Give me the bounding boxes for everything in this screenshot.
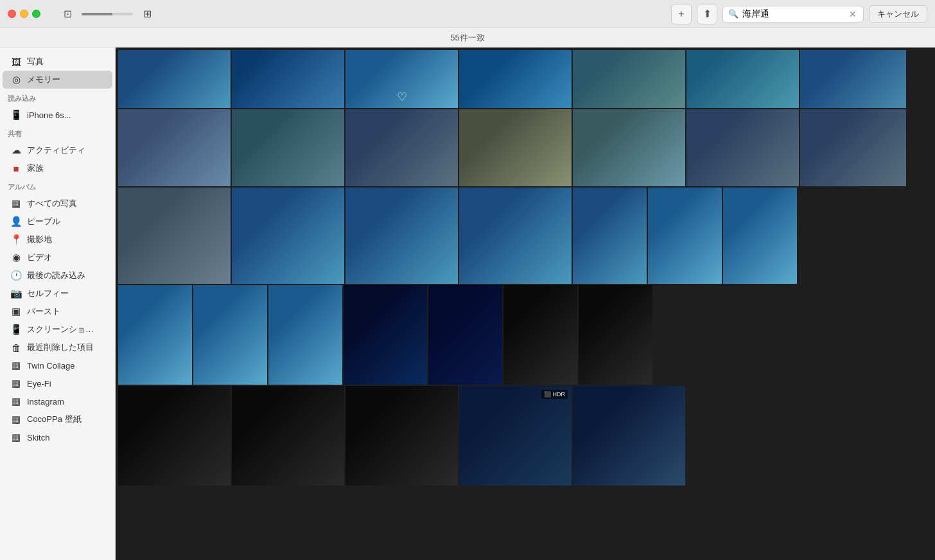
title-bar: ⊡ ⊞ + ⬆ 🔍 ✕ キャンセル: [0, 0, 935, 28]
close-button[interactable]: [8, 10, 16, 18]
photo-thumbnail[interactable]: [118, 285, 192, 385]
sidebar-label-people: ピープル: [27, 216, 60, 227]
family-icon: ■: [10, 163, 22, 174]
photo-thumbnail[interactable]: [344, 285, 427, 385]
people-icon: 👤: [10, 216, 22, 227]
status-bar: 55件一致: [0, 28, 935, 48]
sidebar-item-places[interactable]: 📍 撮影地: [3, 231, 112, 249]
photo-thumbnail[interactable]: [503, 285, 577, 385]
photo-thumbnail[interactable]: [232, 386, 344, 486]
sidebar-label-family: 家族: [27, 162, 44, 174]
sidebar-item-cocoppa[interactable]: ▦ CocoPPa 壁紙: [3, 410, 112, 428]
photo-thumbnail[interactable]: [268, 285, 342, 385]
cancel-button[interactable]: キャンセル: [869, 5, 927, 23]
traffic-lights: [8, 10, 40, 18]
photo-thumbnail[interactable]: [573, 109, 685, 186]
photo-row-1: [118, 109, 932, 186]
places-icon: 📍: [10, 234, 22, 245]
photo-thumbnail[interactable]: ♡: [345, 50, 458, 108]
photo-thumbnail[interactable]: [345, 109, 458, 186]
result-count: 55件一致: [450, 32, 484, 44]
eye-fi-icon: ▦: [10, 378, 22, 389]
photo-thumbnail[interactable]: [459, 188, 572, 284]
photo-thumbnail[interactable]: [800, 50, 906, 108]
sidebar-item-people[interactable]: 👤 ピープル: [3, 213, 112, 231]
sidebar-label-burst: バースト: [27, 306, 60, 317]
zoom-slider[interactable]: [82, 13, 133, 15]
photo-row-3: [118, 285, 932, 385]
sidebar-item-eye-fi[interactable]: ▦ Eye-Fi: [3, 374, 112, 392]
sidebar-item-photos[interactable]: 🖼 写真: [3, 53, 112, 71]
selfie-icon: 📷: [10, 288, 22, 299]
photo-thumbnail[interactable]: [118, 188, 231, 284]
photo-thumbnail[interactable]: [232, 188, 344, 284]
photo-thumbnail[interactable]: [345, 188, 458, 284]
sidebar-label-iphone: iPhone 6s...: [27, 110, 71, 120]
sidebar-item-memories[interactable]: ◎ メモリー: [3, 71, 112, 89]
photo-thumbnail[interactable]: [573, 386, 685, 486]
sidebar-label-eye-fi: Eye-Fi: [27, 379, 51, 389]
sidebar-label-photos: 写真: [27, 56, 44, 67]
sidebar-item-burst[interactable]: ▣ バースト: [3, 302, 112, 320]
sidebar-label-memories: メモリー: [27, 74, 60, 85]
photo-thumbnail[interactable]: [573, 50, 685, 108]
photo-thumbnail[interactable]: [118, 109, 231, 186]
minimize-button[interactable]: [20, 10, 28, 18]
photo-thumbnail[interactable]: [579, 285, 652, 385]
cocoppa-icon: ▦: [10, 414, 22, 425]
photos-icon: 🖼: [10, 57, 22, 67]
share-button[interactable]: ⬆: [697, 4, 717, 24]
photo-thumbnail[interactable]: [345, 386, 458, 486]
photo-thumbnail[interactable]: ⬛ HDR: [459, 386, 572, 486]
sidebar-label-selfie: セルフィー: [27, 288, 69, 299]
zoom-slider-container: [82, 13, 133, 15]
sidebar-item-recently-deleted[interactable]: 🗑 最近削除した項目: [3, 338, 112, 356]
sidebar-item-last-import[interactable]: 🕐 最後の読み込み: [3, 267, 112, 284]
sidebar-item-skitch[interactable]: ▦ Skitch: [3, 428, 112, 446]
photo-thumbnail[interactable]: [459, 109, 572, 186]
burst-icon: ▣: [10, 306, 22, 317]
sidebar-item-screenshot[interactable]: 📱 スクリーンショ…: [3, 320, 112, 338]
sidebar-item-twin-collage[interactable]: ▦ Twin Collage: [3, 356, 112, 374]
sidebar-label-all-photos: すべての写真: [27, 198, 77, 209]
photo-grid[interactable]: ♡⬛ HDR: [116, 48, 935, 560]
search-clear-button[interactable]: ✕: [849, 9, 857, 19]
sidebar-toggle-icon[interactable]: ⊡: [58, 5, 76, 23]
photo-thumbnail[interactable]: [459, 50, 572, 108]
maximize-button[interactable]: [32, 10, 40, 18]
sidebar-section-import: 読み込み: [0, 89, 115, 106]
photo-thumbnail[interactable]: [648, 188, 722, 284]
photo-thumbnail[interactable]: [118, 386, 231, 486]
toolbar-controls: ⊡ ⊞: [58, 5, 156, 23]
memories-icon: ◎: [10, 74, 22, 85]
twin-collage-icon: ▦: [10, 360, 22, 371]
instagram-icon: ▦: [10, 396, 22, 407]
add-button[interactable]: +: [671, 4, 692, 24]
sidebar-label-last-import: 最後の読み込み: [27, 270, 85, 281]
search-box: 🔍 ✕: [722, 6, 864, 22]
grid-view-icon[interactable]: ⊞: [138, 5, 156, 23]
photo-thumbnail[interactable]: [193, 285, 267, 385]
photo-thumbnail[interactable]: [573, 188, 647, 284]
photo-thumbnail[interactable]: [723, 188, 797, 284]
photo-thumbnail[interactable]: [428, 285, 502, 385]
photo-thumbnail[interactable]: [232, 109, 344, 186]
sidebar-item-activity[interactable]: ☁ アクティビティ: [3, 141, 112, 159]
sidebar-label-recently-deleted: 最近削除した項目: [27, 342, 94, 353]
sidebar-label-activity: アクティビティ: [27, 144, 85, 156]
sidebar-item-all-photos[interactable]: ▦ すべての写真: [3, 195, 112, 213]
sidebar-item-iphone[interactable]: 📱 iPhone 6s...: [3, 106, 112, 124]
photo-thumbnail[interactable]: [800, 109, 906, 186]
sidebar-item-selfie[interactable]: 📷 セルフィー: [3, 284, 112, 302]
photo-thumbnail[interactable]: [686, 50, 799, 108]
sidebar-item-video[interactable]: ◉ ビデオ: [3, 249, 112, 267]
photo-thumbnail[interactable]: [118, 50, 231, 108]
photo-thumbnail[interactable]: [686, 109, 799, 186]
search-input[interactable]: [742, 9, 845, 19]
sidebar: 🖼 写真 ◎ メモリー 読み込み 📱 iPhone 6s... 共有 ☁ アクテ…: [0, 48, 116, 560]
sidebar-item-family[interactable]: ■ 家族: [3, 159, 112, 177]
last-import-icon: 🕐: [10, 270, 22, 281]
favorite-heart-icon[interactable]: ♡: [397, 90, 407, 104]
sidebar-item-instagram[interactable]: ▦ Instagram: [3, 392, 112, 410]
photo-thumbnail[interactable]: [232, 50, 344, 108]
